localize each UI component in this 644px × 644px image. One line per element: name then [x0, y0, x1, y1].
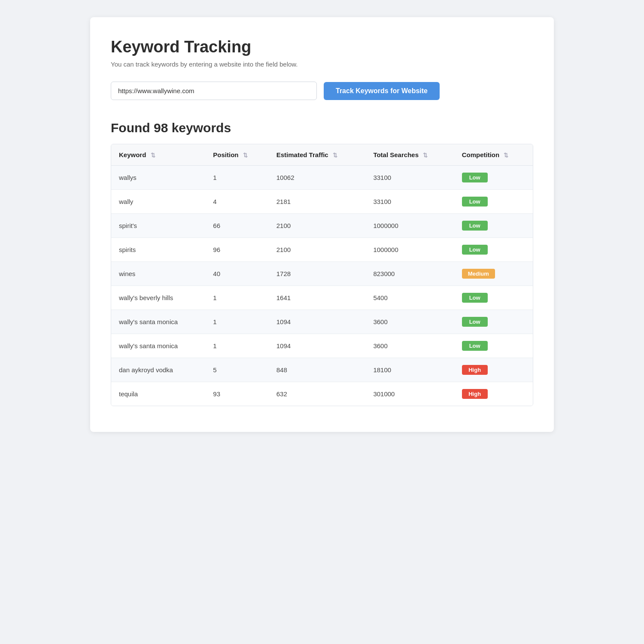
- cell-searches: 3600: [365, 310, 454, 334]
- cell-traffic: 1728: [269, 262, 366, 286]
- cell-traffic: 2181: [269, 190, 366, 214]
- competition-badge: Medium: [462, 269, 495, 279]
- cell-traffic: 2100: [269, 214, 366, 238]
- cell-keyword: spirits: [111, 238, 205, 262]
- cell-traffic: 1641: [269, 286, 366, 310]
- table-row: spirit's 66 2100 1000000 Low: [111, 214, 533, 238]
- cell-traffic: 848: [269, 358, 366, 382]
- cell-position: 1: [205, 334, 268, 358]
- cell-competition: Low: [454, 334, 533, 358]
- cell-competition: Low: [454, 214, 533, 238]
- competition-badge: Low: [462, 293, 488, 303]
- competition-badge: Low: [462, 341, 488, 351]
- cell-traffic: 10062: [269, 166, 366, 190]
- sort-icon-position: ⇅: [243, 152, 248, 158]
- col-header-total-searches[interactable]: Total Searches ⇅: [365, 144, 454, 166]
- cell-position: 5: [205, 358, 268, 382]
- cell-searches: 18100: [365, 358, 454, 382]
- cell-position: 96: [205, 238, 268, 262]
- table-row: wally's santa monica 1 1094 3600 Low: [111, 310, 533, 334]
- page-subtitle: You can track keywords by entering a web…: [111, 61, 533, 68]
- sort-icon-searches: ⇅: [423, 152, 428, 158]
- cell-traffic: 2100: [269, 238, 366, 262]
- cell-searches: 1000000: [365, 214, 454, 238]
- cell-searches: 5400: [365, 286, 454, 310]
- cell-searches: 33100: [365, 190, 454, 214]
- cell-competition: Low: [454, 238, 533, 262]
- cell-keyword: wines: [111, 262, 205, 286]
- page-title: Keyword Tracking: [111, 38, 533, 56]
- col-header-keyword[interactable]: Keyword ⇅: [111, 144, 205, 166]
- cell-position: 1: [205, 286, 268, 310]
- cell-competition: Low: [454, 190, 533, 214]
- table-row: spirits 96 2100 1000000 Low: [111, 238, 533, 262]
- table-row: wally's beverly hills 1 1641 5400 Low: [111, 286, 533, 310]
- col-header-estimated-traffic[interactable]: Estimated Traffic ⇅: [269, 144, 366, 166]
- cell-keyword: wally's santa monica: [111, 334, 205, 358]
- table-row: wally's santa monica 1 1094 3600 Low: [111, 334, 533, 358]
- keywords-table-wrapper: Keyword ⇅ Position ⇅ Estimated Traffic ⇅…: [111, 144, 533, 406]
- cell-traffic: 632: [269, 382, 366, 406]
- url-input[interactable]: [111, 82, 317, 100]
- cell-competition: Low: [454, 166, 533, 190]
- cell-position: 1: [205, 310, 268, 334]
- cell-competition: High: [454, 358, 533, 382]
- competition-badge: Low: [462, 221, 488, 231]
- table-row: dan aykroyd vodka 5 848 18100 High: [111, 358, 533, 382]
- cell-searches: 301000: [365, 382, 454, 406]
- cell-searches: 823000: [365, 262, 454, 286]
- sort-icon-keyword: ⇅: [151, 152, 155, 158]
- cell-keyword: wally: [111, 190, 205, 214]
- keywords-table: Keyword ⇅ Position ⇅ Estimated Traffic ⇅…: [111, 144, 533, 406]
- table-row: wallys 1 10062 33100 Low: [111, 166, 533, 190]
- cell-competition: High: [454, 382, 533, 406]
- results-heading: Found 98 keywords: [111, 121, 533, 135]
- col-header-competition[interactable]: Competition ⇅: [454, 144, 533, 166]
- cell-position: 4: [205, 190, 268, 214]
- competition-badge: Low: [462, 173, 488, 182]
- cell-position: 93: [205, 382, 268, 406]
- cell-traffic: 1094: [269, 334, 366, 358]
- competition-badge: High: [462, 365, 488, 375]
- track-keywords-button[interactable]: Track Keywords for Website: [324, 82, 440, 100]
- col-header-position[interactable]: Position ⇅: [205, 144, 268, 166]
- cell-keyword: dan aykroyd vodka: [111, 358, 205, 382]
- cell-traffic: 1094: [269, 310, 366, 334]
- cell-keyword: wally's santa monica: [111, 310, 205, 334]
- cell-searches: 3600: [365, 334, 454, 358]
- cell-keyword: wally's beverly hills: [111, 286, 205, 310]
- main-card: Keyword Tracking You can track keywords …: [90, 17, 554, 432]
- cell-searches: 1000000: [365, 238, 454, 262]
- table-row: tequila 93 632 301000 High: [111, 382, 533, 406]
- competition-badge: High: [462, 389, 488, 399]
- cell-searches: 33100: [365, 166, 454, 190]
- cell-keyword: spirit's: [111, 214, 205, 238]
- sort-icon-traffic: ⇅: [333, 152, 337, 158]
- table-header-row: Keyword ⇅ Position ⇅ Estimated Traffic ⇅…: [111, 144, 533, 166]
- cell-keyword: tequila: [111, 382, 205, 406]
- cell-keyword: wallys: [111, 166, 205, 190]
- cell-position: 40: [205, 262, 268, 286]
- cell-competition: Medium: [454, 262, 533, 286]
- competition-badge: Low: [462, 197, 488, 207]
- competition-badge: Low: [462, 317, 488, 327]
- cell-competition: Low: [454, 286, 533, 310]
- competition-badge: Low: [462, 245, 488, 255]
- cell-position: 1: [205, 166, 268, 190]
- table-row: wines 40 1728 823000 Medium: [111, 262, 533, 286]
- table-row: wally 4 2181 33100 Low: [111, 190, 533, 214]
- search-row: Track Keywords for Website: [111, 82, 533, 100]
- sort-icon-competition: ⇅: [504, 152, 508, 158]
- cell-competition: Low: [454, 310, 533, 334]
- cell-position: 66: [205, 214, 268, 238]
